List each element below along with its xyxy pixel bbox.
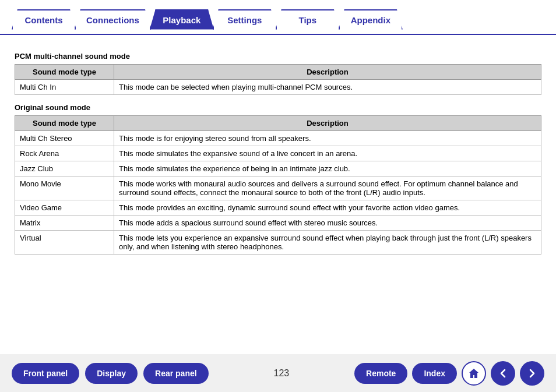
section-title-pcm: PCM multi-channel sound mode bbox=[15, 52, 541, 61]
table-row: Video GameThis mode provides an exciting… bbox=[15, 200, 541, 216]
column-header: Description bbox=[114, 65, 541, 80]
forward-button[interactable] bbox=[520, 361, 544, 386]
description-cell: This mode is for enjoying stereo sound f… bbox=[114, 131, 541, 146]
tab-settings[interactable]: Settings bbox=[213, 9, 277, 30]
tab-contents[interactable]: Contents bbox=[12, 9, 76, 30]
description-cell: This mode works with monaural audio sour… bbox=[114, 176, 541, 200]
table-row: Multi Ch InThis mode can be selected whe… bbox=[15, 80, 541, 95]
forward-arrow-icon bbox=[527, 369, 537, 378]
home-button[interactable] bbox=[462, 361, 486, 386]
tab-playback[interactable]: Playback bbox=[150, 9, 214, 30]
column-header: Description bbox=[114, 116, 541, 131]
home-icon bbox=[468, 368, 480, 379]
sound-mode-type-cell: Virtual bbox=[15, 231, 114, 255]
tab-appendix[interactable]: Appendix bbox=[339, 9, 403, 30]
sound-mode-type-cell: Rock Arena bbox=[15, 146, 114, 161]
description-cell: This mode adds a spacious surround sound… bbox=[114, 216, 541, 231]
rear-panel-button[interactable]: Rear panel bbox=[143, 363, 209, 384]
column-header: Sound mode type bbox=[15, 116, 114, 131]
display-button[interactable]: Display bbox=[85, 363, 138, 384]
front-panel-button[interactable]: Front panel bbox=[12, 363, 79, 384]
tab-navigation: ContentsConnectionsPlaybackSettingsTipsA… bbox=[0, 5, 556, 35]
table-row: Rock ArenaThis mode simulates the expans… bbox=[15, 146, 541, 161]
table-row: Jazz ClubThis mode simulates the experie… bbox=[15, 161, 541, 176]
footer-right-buttons: Remote Index bbox=[354, 361, 544, 386]
section-title-original: Original sound mode bbox=[15, 103, 541, 112]
column-header: Sound mode type bbox=[15, 65, 114, 80]
sound-mode-type-cell: Video Game bbox=[15, 200, 114, 216]
remote-button[interactable]: Remote bbox=[354, 363, 407, 384]
sound-mode-type-cell: Multi Ch In bbox=[15, 80, 114, 95]
description-cell: This mode simulates the expansive sound … bbox=[114, 146, 541, 161]
table-row: VirtualThis mode lets you experience an … bbox=[15, 231, 541, 255]
main-content: PCM multi-channel sound modeSound mode t… bbox=[0, 35, 556, 255]
table-row: MatrixThis mode adds a spacious surround… bbox=[15, 216, 541, 231]
index-button[interactable]: Index bbox=[412, 363, 457, 384]
tab-connections[interactable]: Connections bbox=[75, 9, 151, 30]
description-cell: This mode lets you experience an expansi… bbox=[114, 231, 541, 255]
tab-tips[interactable]: Tips bbox=[276, 9, 340, 30]
description-cell: This mode can be selected when playing m… bbox=[114, 80, 541, 95]
table-original: Sound mode typeDescriptionMulti Ch Stere… bbox=[15, 115, 541, 255]
back-button[interactable] bbox=[491, 361, 515, 386]
table-pcm: Sound mode typeDescriptionMulti Ch InThi… bbox=[15, 64, 541, 95]
sound-mode-type-cell: Jazz Club bbox=[15, 161, 114, 176]
description-cell: This mode simulates the experience of be… bbox=[114, 161, 541, 176]
page-number: 123 bbox=[274, 368, 290, 379]
sound-mode-type-cell: Mono Movie bbox=[15, 176, 114, 200]
footer-left-buttons: Front panel Display Rear panel bbox=[12, 363, 209, 384]
table-row: Mono MovieThis mode works with monaural … bbox=[15, 176, 541, 200]
table-row: Multi Ch StereoThis mode is for enjoying… bbox=[15, 131, 541, 146]
sound-mode-type-cell: Matrix bbox=[15, 216, 114, 231]
back-arrow-icon bbox=[498, 369, 508, 378]
sound-mode-type-cell: Multi Ch Stereo bbox=[15, 131, 114, 146]
description-cell: This mode provides an exciting, dynamic … bbox=[114, 200, 541, 216]
page-footer: Front panel Display Rear panel 123 Remot… bbox=[0, 354, 556, 392]
